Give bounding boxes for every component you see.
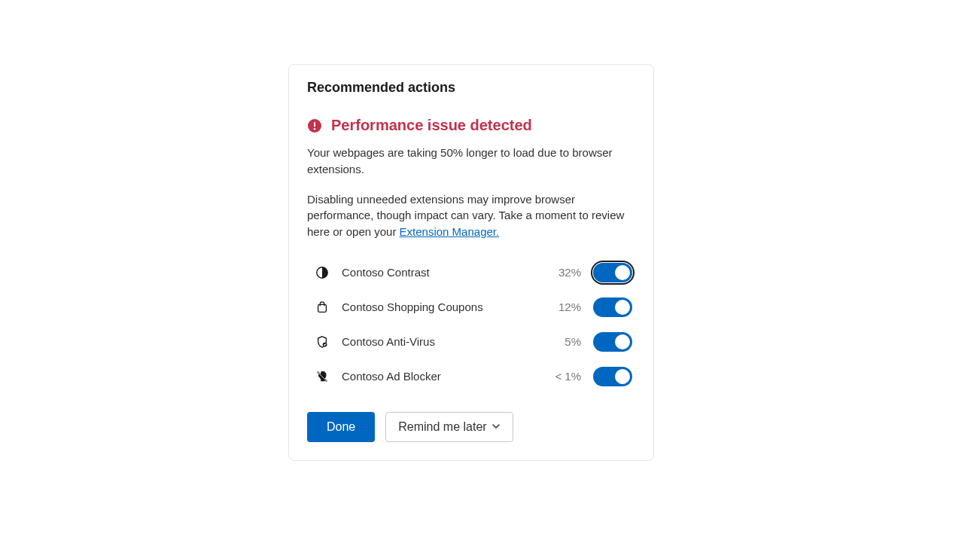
extension-impact: 5% [548, 335, 581, 348]
extension-row: Contoso Ad Blocker < 1% [307, 359, 635, 394]
alert-body-1: Your webpages are taking 50% longer to l… [307, 145, 635, 178]
extension-name: Contoso Shopping Coupons [342, 301, 536, 313]
extension-toggle[interactable] [593, 297, 632, 317]
svg-point-2 [314, 128, 315, 130]
extension-row: Contoso Anti-Virus 5% [307, 325, 635, 359]
extension-manager-link[interactable]: Extension Manager. [400, 225, 500, 238]
svg-rect-1 [314, 122, 315, 127]
remind-later-button[interactable]: Remind me later [385, 412, 513, 442]
card-title: Recommended actions [307, 80, 635, 96]
button-row: Done Remind me later [307, 412, 635, 442]
extension-impact: 32% [548, 266, 581, 279]
contrast-icon [315, 265, 330, 280]
extension-impact: < 1% [548, 370, 581, 383]
extension-row: Contoso Contrast 32% [307, 255, 635, 290]
remind-later-label: Remind me later [398, 420, 486, 434]
alert-icon [307, 118, 322, 133]
svg-rect-4 [318, 304, 327, 312]
chevron-down-icon [492, 420, 501, 434]
alert-heading-row: Performance issue detected [307, 117, 635, 134]
extension-toggle[interactable] [593, 367, 632, 386]
extension-list: Contoso Contrast 32% Contoso Shopping Co… [307, 255, 635, 394]
extension-row: Contoso Shopping Coupons 12% [307, 290, 635, 325]
alert-title: Performance issue detected [331, 117, 532, 134]
alert-body-2: Disabling unneeded extensions may improv… [307, 191, 635, 240]
block-icon [315, 369, 330, 384]
extension-name: Contoso Ad Blocker [342, 370, 536, 383]
done-button[interactable]: Done [307, 412, 375, 442]
extension-toggle[interactable] [593, 332, 632, 352]
recommended-actions-card: Recommended actions Performance issue de… [288, 64, 654, 461]
shopping-icon [315, 300, 330, 315]
shield-icon [315, 334, 330, 349]
extension-impact: 12% [548, 301, 581, 313]
extension-name: Contoso Anti-Virus [342, 335, 536, 348]
extension-name: Contoso Contrast [342, 266, 536, 279]
extension-toggle[interactable] [593, 263, 632, 282]
